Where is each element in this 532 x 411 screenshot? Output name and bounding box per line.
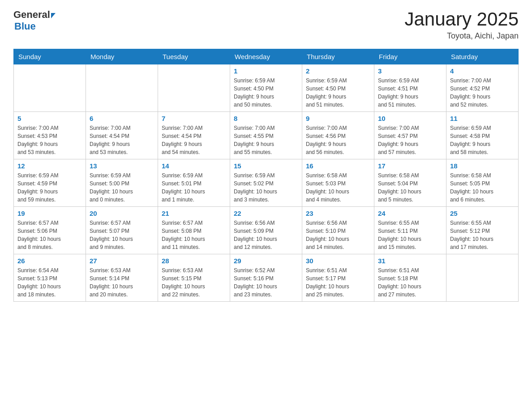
calendar-cell: 2Sunrise: 6:59 AM Sunset: 4:50 PM Daylig… (302, 64, 374, 112)
calendar-week-row: 1Sunrise: 6:59 AM Sunset: 4:50 PM Daylig… (14, 64, 519, 112)
cell-day-number: 5 (17, 115, 82, 122)
calendar-day-header: Sunday (14, 49, 86, 64)
cell-daylight-info: Sunrise: 6:51 AM Sunset: 5:17 PM Dayligh… (306, 266, 370, 299)
cell-daylight-info: Sunrise: 7:00 AM Sunset: 4:56 PM Dayligh… (306, 124, 370, 156)
calendar-cell: 12Sunrise: 6:59 AM Sunset: 4:59 PM Dayli… (14, 159, 86, 207)
logo-arrow-icon (51, 13, 56, 18)
cell-daylight-info: Sunrise: 6:59 AM Sunset: 4:58 PM Dayligh… (450, 124, 515, 156)
cell-day-number: 28 (162, 257, 226, 265)
cell-day-number: 7 (162, 115, 226, 122)
cell-daylight-info: Sunrise: 6:56 AM Sunset: 5:09 PM Dayligh… (234, 219, 298, 251)
calendar-header: SundayMondayTuesdayWednesdayThursdayFrid… (14, 49, 519, 64)
calendar-cell (86, 64, 158, 112)
cell-daylight-info: Sunrise: 6:57 AM Sunset: 5:07 PM Dayligh… (90, 219, 154, 251)
cell-daylight-info: Sunrise: 6:53 AM Sunset: 5:14 PM Dayligh… (90, 266, 154, 299)
calendar-week-row: 19Sunrise: 6:57 AM Sunset: 5:06 PM Dayli… (14, 207, 519, 254)
cell-daylight-info: Sunrise: 6:59 AM Sunset: 4:51 PM Dayligh… (378, 77, 442, 109)
calendar-cell (446, 254, 519, 302)
cell-daylight-info: Sunrise: 7:00 AM Sunset: 4:54 PM Dayligh… (162, 124, 226, 156)
page-header: General Blue January 2025 Toyota, Aichi,… (13, 9, 519, 41)
calendar-cell: 19Sunrise: 6:57 AM Sunset: 5:06 PM Dayli… (14, 207, 86, 254)
cell-day-number: 8 (234, 115, 298, 122)
cell-daylight-info: Sunrise: 6:55 AM Sunset: 5:12 PM Dayligh… (450, 219, 515, 251)
cell-day-number: 20 (90, 210, 154, 217)
cell-daylight-info: Sunrise: 6:53 AM Sunset: 5:15 PM Dayligh… (162, 266, 226, 299)
calendar-body: 1Sunrise: 6:59 AM Sunset: 4:50 PM Daylig… (14, 64, 519, 302)
title-section: January 2025 Toyota, Aichi, Japan (404, 9, 519, 41)
calendar-week-row: 26Sunrise: 6:54 AM Sunset: 5:13 PM Dayli… (14, 254, 519, 302)
cell-day-number: 29 (234, 257, 298, 265)
calendar-cell: 10Sunrise: 7:00 AM Sunset: 4:57 PM Dayli… (374, 112, 446, 159)
calendar-cell: 21Sunrise: 6:57 AM Sunset: 5:08 PM Dayli… (158, 207, 230, 254)
cell-daylight-info: Sunrise: 6:58 AM Sunset: 5:05 PM Dayligh… (450, 171, 515, 204)
cell-daylight-info: Sunrise: 6:58 AM Sunset: 5:04 PM Dayligh… (378, 171, 442, 204)
calendar-subtitle: Toyota, Aichi, Japan (404, 31, 519, 41)
calendar-cell: 29Sunrise: 6:52 AM Sunset: 5:16 PM Dayli… (230, 254, 302, 302)
calendar-cell: 23Sunrise: 6:56 AM Sunset: 5:10 PM Dayli… (302, 207, 374, 254)
cell-daylight-info: Sunrise: 6:54 AM Sunset: 5:13 PM Dayligh… (17, 266, 82, 299)
cell-day-number: 24 (378, 210, 442, 217)
cell-daylight-info: Sunrise: 7:00 AM Sunset: 4:54 PM Dayligh… (90, 124, 154, 156)
cell-day-number: 2 (306, 67, 370, 75)
cell-day-number: 10 (378, 115, 442, 122)
cell-day-number: 6 (90, 115, 154, 122)
calendar-cell: 5Sunrise: 7:00 AM Sunset: 4:53 PM Daylig… (14, 112, 86, 159)
cell-day-number: 25 (450, 210, 515, 217)
calendar-cell: 24Sunrise: 6:55 AM Sunset: 5:11 PM Dayli… (374, 207, 446, 254)
calendar-header-row: SundayMondayTuesdayWednesdayThursdayFrid… (14, 49, 519, 64)
cell-daylight-info: Sunrise: 7:00 AM Sunset: 4:52 PM Dayligh… (450, 77, 515, 109)
calendar-cell: 4Sunrise: 7:00 AM Sunset: 4:52 PM Daylig… (446, 64, 519, 112)
cell-daylight-info: Sunrise: 7:00 AM Sunset: 4:55 PM Dayligh… (234, 124, 298, 156)
cell-daylight-info: Sunrise: 6:51 AM Sunset: 5:18 PM Dayligh… (378, 266, 442, 299)
calendar-cell: 18Sunrise: 6:58 AM Sunset: 5:05 PM Dayli… (446, 159, 519, 207)
cell-daylight-info: Sunrise: 6:59 AM Sunset: 5:01 PM Dayligh… (162, 171, 226, 204)
cell-daylight-info: Sunrise: 6:59 AM Sunset: 4:50 PM Dayligh… (234, 77, 298, 109)
calendar-week-row: 5Sunrise: 7:00 AM Sunset: 4:53 PM Daylig… (14, 112, 519, 159)
cell-day-number: 11 (450, 115, 515, 122)
logo-blue-text: Blue (14, 21, 36, 32)
cell-day-number: 3 (378, 67, 442, 75)
cell-day-number: 26 (17, 257, 82, 265)
cell-day-number: 30 (306, 257, 370, 265)
calendar-cell: 17Sunrise: 6:58 AM Sunset: 5:04 PM Dayli… (374, 159, 446, 207)
cell-daylight-info: Sunrise: 6:59 AM Sunset: 5:02 PM Dayligh… (234, 171, 298, 204)
calendar-cell: 1Sunrise: 6:59 AM Sunset: 4:50 PM Daylig… (230, 64, 302, 112)
cell-day-number: 4 (450, 67, 515, 75)
calendar-cell: 31Sunrise: 6:51 AM Sunset: 5:18 PM Dayli… (374, 254, 446, 302)
cell-day-number: 12 (17, 162, 82, 170)
calendar-week-row: 12Sunrise: 6:59 AM Sunset: 4:59 PM Dayli… (14, 159, 519, 207)
calendar-day-header: Wednesday (230, 49, 302, 64)
cell-day-number: 1 (234, 67, 298, 75)
cell-day-number: 27 (90, 257, 154, 265)
calendar-day-header: Tuesday (158, 49, 230, 64)
calendar-cell: 22Sunrise: 6:56 AM Sunset: 5:09 PM Dayli… (230, 207, 302, 254)
calendar-cell: 14Sunrise: 6:59 AM Sunset: 5:01 PM Dayli… (158, 159, 230, 207)
calendar-cell: 20Sunrise: 6:57 AM Sunset: 5:07 PM Dayli… (86, 207, 158, 254)
calendar-title: January 2025 (404, 9, 519, 30)
calendar-cell: 3Sunrise: 6:59 AM Sunset: 4:51 PM Daylig… (374, 64, 446, 112)
cell-day-number: 21 (162, 210, 226, 217)
cell-daylight-info: Sunrise: 6:58 AM Sunset: 5:03 PM Dayligh… (306, 171, 370, 204)
calendar-cell: 15Sunrise: 6:59 AM Sunset: 5:02 PM Dayli… (230, 159, 302, 207)
calendar-day-header: Thursday (302, 49, 374, 64)
cell-day-number: 23 (306, 210, 370, 217)
calendar-cell (14, 64, 86, 112)
cell-day-number: 15 (234, 162, 298, 170)
calendar-day-header: Monday (86, 49, 158, 64)
calendar-cell: 28Sunrise: 6:53 AM Sunset: 5:15 PM Dayli… (158, 254, 230, 302)
cell-daylight-info: Sunrise: 7:00 AM Sunset: 4:57 PM Dayligh… (378, 124, 442, 156)
cell-daylight-info: Sunrise: 6:56 AM Sunset: 5:10 PM Dayligh… (306, 219, 370, 251)
logo-general-text: General (13, 9, 50, 21)
cell-daylight-info: Sunrise: 6:59 AM Sunset: 4:50 PM Dayligh… (306, 77, 370, 109)
calendar-cell (158, 64, 230, 112)
calendar-cell: 11Sunrise: 6:59 AM Sunset: 4:58 PM Dayli… (446, 112, 519, 159)
cell-day-number: 22 (234, 210, 298, 217)
calendar-cell: 9Sunrise: 7:00 AM Sunset: 4:56 PM Daylig… (302, 112, 374, 159)
calendar-day-header: Friday (374, 49, 446, 64)
calendar-cell: 30Sunrise: 6:51 AM Sunset: 5:17 PM Dayli… (302, 254, 374, 302)
cell-daylight-info: Sunrise: 6:57 AM Sunset: 5:08 PM Dayligh… (162, 219, 226, 251)
logo: General Blue (13, 9, 56, 32)
cell-day-number: 31 (378, 257, 442, 265)
cell-daylight-info: Sunrise: 6:57 AM Sunset: 5:06 PM Dayligh… (17, 219, 82, 251)
calendar-cell: 13Sunrise: 6:59 AM Sunset: 5:00 PM Dayli… (86, 159, 158, 207)
